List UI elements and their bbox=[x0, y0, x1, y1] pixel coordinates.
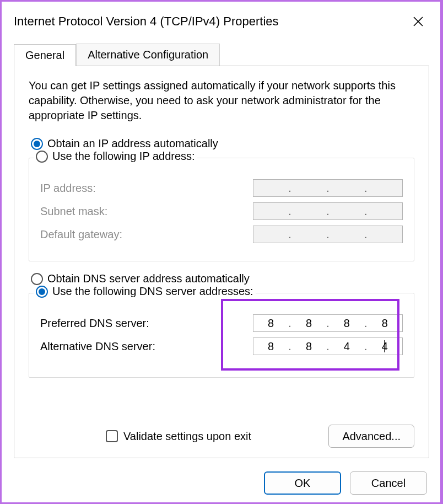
label-preferred-dns: Preferred DNS server: bbox=[40, 317, 149, 330]
label-alternative-dns: Alternative DNS server: bbox=[40, 340, 155, 353]
radio-icon bbox=[36, 151, 48, 163]
radio-use-following-dns[interactable]: Use the following DNS server addresses: bbox=[34, 285, 256, 298]
radio-obtain-ip-auto[interactable]: Obtain an IP address automatically bbox=[31, 137, 414, 150]
titlebar: Internet Protocol Version 4 (TCP/IPv4) P… bbox=[3, 2, 440, 38]
radio-obtain-dns-auto[interactable]: Obtain DNS server address automatically bbox=[31, 272, 414, 285]
advanced-button-label: Advanced... bbox=[342, 430, 401, 443]
annotation-highlight bbox=[221, 299, 399, 371]
input-subnet-mask: ... bbox=[253, 202, 403, 220]
ok-button[interactable]: OK bbox=[264, 471, 341, 495]
radio-use-following-ip-label: Use the following IP address: bbox=[52, 150, 195, 163]
label-ip-address: IP address: bbox=[40, 182, 96, 195]
input-ip-address: ... bbox=[253, 179, 403, 197]
radio-obtain-dns-auto-label: Obtain DNS server address automatically bbox=[47, 272, 250, 285]
tab-alternative-label: Alternative Configuration bbox=[88, 49, 208, 61]
radio-use-following-dns-label: Use the following DNS server addresses: bbox=[52, 285, 253, 298]
dialog-title: Internet Protocol Version 4 (TCP/IPv4) P… bbox=[14, 14, 279, 29]
input-preferred-dns[interactable]: 8. 8. 8. 8 bbox=[253, 314, 403, 332]
close-icon bbox=[413, 16, 424, 27]
radio-use-following-ip[interactable]: Use the following IP address: bbox=[34, 150, 197, 163]
label-subnet-mask: Subnet mask: bbox=[40, 205, 107, 218]
close-button[interactable] bbox=[407, 10, 429, 33]
radio-obtain-ip-auto-label: Obtain an IP address automatically bbox=[47, 137, 218, 150]
cancel-button[interactable]: Cancel bbox=[350, 471, 427, 495]
label-default-gateway: Default gateway: bbox=[40, 228, 122, 241]
panel-bottom-row: Validate settings upon exit Advanced... bbox=[29, 425, 414, 448]
checkbox-validate-on-exit[interactable]: Validate settings upon exit bbox=[106, 430, 251, 443]
tab-general[interactable]: General bbox=[14, 44, 76, 66]
checkbox-validate-label: Validate settings upon exit bbox=[123, 430, 251, 443]
tab-panel-general: You can get IP settings assigned automat… bbox=[14, 66, 429, 458]
dialog-button-row: OK Cancel bbox=[264, 471, 427, 495]
tab-alternative-configuration[interactable]: Alternative Configuration bbox=[76, 44, 220, 66]
radio-icon bbox=[36, 286, 48, 298]
tab-general-label: General bbox=[25, 49, 64, 61]
radio-icon bbox=[31, 273, 43, 285]
advanced-button[interactable]: Advanced... bbox=[328, 425, 414, 448]
input-alternative-dns[interactable]: 8. 8. 4. 4 bbox=[253, 337, 403, 355]
groupbox-dns: Use the following DNS server addresses: … bbox=[29, 293, 414, 378]
tab-strip: General Alternative Configuration bbox=[14, 44, 429, 66]
dialog-window: Internet Protocol Version 4 (TCP/IPv4) P… bbox=[3, 2, 440, 502]
radio-icon bbox=[31, 138, 43, 150]
text-caret bbox=[384, 340, 385, 352]
ok-button-label: OK bbox=[295, 477, 311, 490]
description-text: You can get IP settings assigned automat… bbox=[29, 78, 414, 123]
input-default-gateway: ... bbox=[253, 226, 403, 243]
cancel-button-label: Cancel bbox=[371, 477, 406, 490]
checkbox-icon bbox=[106, 430, 118, 442]
groupbox-ip: Use the following IP address: IP address… bbox=[29, 158, 414, 261]
